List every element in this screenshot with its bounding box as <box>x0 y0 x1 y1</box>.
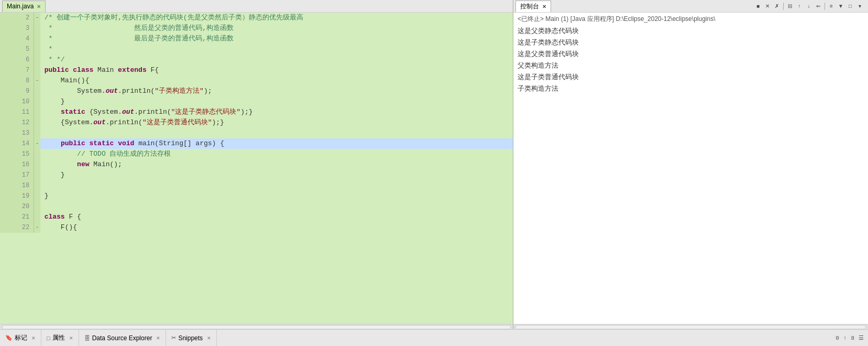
snippets-tab-label: Snippets <box>178 334 203 342</box>
line-number: 6 <box>0 55 34 65</box>
console-pin-icon[interactable]: ⇐ <box>814 2 822 10</box>
editor-pane: Main.java ✕ 2-/* 创建一个子类对象时,先执行静态的代码块(先是父… <box>0 0 513 329</box>
fold-indicator <box>34 86 40 96</box>
console-minimize-icon[interactable]: ▾ <box>855 2 864 10</box>
console-maximize-icon[interactable]: □ <box>846 2 854 10</box>
console-dropdown-icon[interactable]: ▼ <box>837 2 845 10</box>
console-tab[interactable]: 控制台 ✕ <box>515 1 551 12</box>
datasource-close-icon[interactable]: ✕ <box>156 336 160 341</box>
fold-indicator <box>34 44 40 55</box>
properties-tab-label: 属性 <box>52 333 65 342</box>
bottom-tab-snippets[interactable]: ✂ Snippets ✕ <box>166 330 217 346</box>
snippets-close-icon[interactable]: ✕ <box>207 336 211 341</box>
code-line-14: 14- public static void main(String[] arg… <box>0 138 513 149</box>
code-content: * */ <box>40 55 513 65</box>
bottom-tab-datasource[interactable]: 🗄 Data Source Explorer ✕ <box>79 330 167 346</box>
status-num1: 8 <box>851 335 854 341</box>
code-content: } <box>40 170 513 180</box>
fold-indicator[interactable]: - <box>34 222 40 233</box>
console-close-icon[interactable]: ✕ <box>542 4 546 9</box>
bottom-bar: 🔖 标记 ✕ □ 属性 ✕ 🗄 Data Source Explorer ✕ ✂… <box>0 329 868 346</box>
fold-indicator <box>34 65 40 75</box>
console-hscrollbar[interactable] <box>515 325 866 329</box>
code-line-7: 7public class Main extends F{ <box>0 65 513 75</box>
code-content: {System.out.println("这是子类普通代码块");} <box>40 117 513 128</box>
console-line: 这是父类静态代码块 <box>518 26 864 37</box>
code-line-18: 18 <box>0 180 513 191</box>
properties-close-icon[interactable]: ✕ <box>69 336 73 341</box>
fold-indicator <box>34 96 40 107</box>
fold-indicator <box>34 159 40 170</box>
line-number: 9 <box>0 86 34 96</box>
console-scroll-lock-icon[interactable]: ⊟ <box>786 2 794 10</box>
line-number: 13 <box>0 128 34 138</box>
bottom-tab-markers[interactable]: 🔖 标记 ✕ <box>0 330 41 346</box>
editor-tab-main-java[interactable]: Main.java ✕ <box>2 1 46 12</box>
code-content: } <box>40 191 513 201</box>
line-number: 4 <box>0 34 34 44</box>
code-line-9: 9 System.out.println("子类构造方法"); <box>0 86 513 96</box>
code-line-8: 8- Main(){ <box>0 75 513 86</box>
code-line-17: 17 } <box>0 170 513 180</box>
console-terminate-icon[interactable]: ✕ <box>763 2 772 10</box>
console-content[interactable]: <已终止> Main (1) [Java 应用程序] D:\Eclipse_20… <box>513 13 868 324</box>
line-number: 16 <box>0 159 34 170</box>
console-line: 子类构造方法 <box>518 83 864 95</box>
console-line: 父类构造方法 <box>518 60 864 72</box>
console-clear-icon[interactable]: ✗ <box>773 2 781 10</box>
line-number: 10 <box>0 96 34 107</box>
bottom-tab-group: 🔖 标记 ✕ □ 属性 ✕ 🗄 Data Source Explorer ✕ ✂… <box>0 330 217 346</box>
editor-hscrollbar[interactable] <box>2 325 511 329</box>
code-content: // TODO 自动生成的方法存根 <box>40 149 513 159</box>
code-line-15: 15 // TODO 自动生成的方法存根 <box>0 149 513 159</box>
code-line-10: 10 } <box>0 96 513 107</box>
line-number: 14 <box>0 138 34 149</box>
fold-indicator <box>34 23 40 34</box>
code-content: new Main(); <box>40 159 513 170</box>
code-area[interactable]: 2-/* 创建一个子类对象时,先执行静态的代码块(先是父类然后子类）静态的优先级… <box>0 13 513 324</box>
code-content <box>40 180 513 191</box>
fold-indicator <box>34 191 40 201</box>
console-menu-icon[interactable]: ≡ <box>827 2 836 10</box>
code-line-20: 20 <box>0 201 513 212</box>
fold-indicator <box>34 201 40 212</box>
markers-close-icon[interactable]: ✕ <box>31 336 36 341</box>
code-content: /* 创建一个子类对象时,先执行静态的代码块(先是父类然后子类）静态的优先级最高 <box>40 13 513 23</box>
fold-indicator[interactable]: - <box>34 138 40 149</box>
fold-indicator <box>34 180 40 191</box>
properties-icon: □ <box>47 335 50 341</box>
code-line-3: 3 * 然后是父类的普通代码,构造函数 <box>0 23 513 34</box>
line-number: 19 <box>0 191 34 201</box>
code-content: public static void main(String[] args) { <box>40 138 513 149</box>
editor-tab-bar: Main.java ✕ <box>0 0 513 13</box>
console-line: 这是父类普通代码块 <box>518 49 864 60</box>
console-pane: 控制台 ✕ ■ ✕ ✗ ⊟ ↑ ↓ ⇐ ≡ ▼ □ ▾ <已终止> Main <box>513 0 868 329</box>
fold-indicator <box>34 34 40 44</box>
fold-indicator[interactable]: - <box>34 13 40 23</box>
markers-icon: 🔖 <box>5 334 13 341</box>
line-number: 7 <box>0 65 34 75</box>
code-content: System.out.println("子类构造方法"); <box>40 86 513 96</box>
close-icon[interactable]: ✕ <box>37 4 41 9</box>
code-line-22: 22- F(){ <box>0 222 513 233</box>
line-number: 15 <box>0 149 34 159</box>
console-header: <已终止> Main (1) [Java 应用程序] D:\Eclipse_20… <box>518 15 864 24</box>
line-number: 18 <box>0 180 34 191</box>
code-content: public class Main extends F{ <box>40 65 513 75</box>
console-scroll-down-icon[interactable]: ↓ <box>805 2 813 10</box>
bottom-right-status: 0 ↑ 8 ☰ <box>831 330 868 346</box>
code-line-16: 16 new Main(); <box>0 159 513 170</box>
code-content: * 最后是子类的普通代码,构造函数 <box>40 34 513 44</box>
code-content: * 然后是父类的普通代码,构造函数 <box>40 23 513 34</box>
console-stop-icon[interactable]: ■ <box>754 2 762 10</box>
datasource-tab-label: Data Source Explorer <box>92 334 152 342</box>
console-scroll-up-icon[interactable]: ↑ <box>795 2 804 10</box>
bottom-tab-properties[interactable]: □ 属性 ✕ <box>41 330 79 346</box>
status-lines-icon: ☰ <box>859 334 864 341</box>
fold-indicator[interactable]: - <box>34 75 40 86</box>
fold-indicator <box>34 149 40 159</box>
editor-hscrollbar-area <box>0 324 513 329</box>
code-content: * <box>40 44 513 55</box>
code-content <box>40 128 513 138</box>
console-tab-bar: 控制台 ✕ ■ ✕ ✗ ⊟ ↑ ↓ ⇐ ≡ ▼ □ ▾ <box>513 0 868 13</box>
